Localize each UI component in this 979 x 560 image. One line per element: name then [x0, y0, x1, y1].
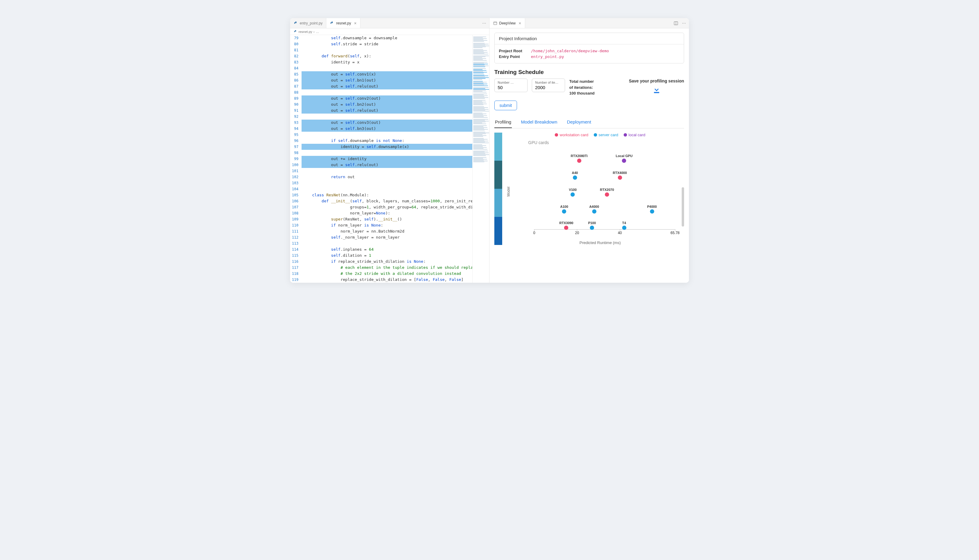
breadcrumb: resnet.py › … [290, 28, 489, 35]
gpu-point-rtx4000[interactable]: RTX4000 [613, 171, 627, 181]
split-icon[interactable] [674, 21, 678, 26]
submit-button[interactable]: submit [494, 101, 517, 110]
side-tab-deepview[interactable]: DeepView × [489, 18, 525, 28]
gpu-point-rtx2070[interactable]: RTX2070 [600, 188, 614, 198]
tab-label: resnet.py [336, 21, 351, 25]
gpu-point-a100[interactable]: A100 [560, 205, 568, 215]
panel-icon [493, 21, 497, 25]
svg-rect-2 [494, 22, 497, 25]
subtab-profiling[interactable]: Profiling [494, 116, 512, 128]
gpu-point-a40[interactable]: A40 [572, 171, 578, 181]
line-gutter: 7980818283848586878889909192939495969798… [290, 35, 302, 283]
side-tab-bar: DeepView × ⋯ [489, 18, 689, 28]
tab-resnet[interactable]: resnet.py × [326, 18, 360, 28]
tab-label: entry_point.py [300, 21, 322, 25]
profiling-body: Model workstation cardserver cardlocal c… [494, 133, 684, 245]
side-tab-label: DeepView [499, 21, 515, 25]
scrollbar-thumb[interactable] [682, 187, 684, 227]
minimap[interactable] [472, 35, 489, 283]
python-icon [294, 30, 297, 33]
side-pane: DeepView × ⋯ Project Information Project… [489, 18, 689, 283]
code-area[interactable]: self.downsample = downsample self.stride… [302, 35, 472, 283]
input-label: Number of ite… [535, 81, 562, 84]
training-schedule-title: Training Schedule [494, 69, 684, 75]
editor-pane: entry_point.py resnet.py × ⋯ resnet.py ›… [290, 18, 489, 283]
gpu-point-a4000[interactable]: A4000 [589, 205, 599, 215]
input-field[interactable] [498, 84, 524, 90]
breadcrumb-rest: … [316, 30, 319, 33]
breadcrumb-file[interactable]: resnet.py [299, 30, 312, 33]
close-icon[interactable]: × [519, 21, 521, 25]
input-field[interactable] [535, 84, 562, 90]
close-icon[interactable]: × [354, 21, 357, 25]
save-session-label: Save your profiling session [629, 78, 684, 83]
download-icon[interactable] [652, 85, 661, 94]
x-axis: 0204065.78 [534, 230, 675, 240]
card-title: Project Information [495, 33, 684, 44]
gpu-point-p4000[interactable]: P4000 [647, 205, 657, 215]
save-session-box[interactable]: Save your profiling session [629, 78, 684, 95]
subtab-model-breakdown[interactable]: Model Breakdown [520, 116, 558, 128]
color-rail [494, 133, 502, 245]
entry-point-value: entry_point.py [531, 54, 564, 59]
more-icon[interactable]: ⋯ [479, 21, 489, 25]
entry-point-label: Entry Point [499, 54, 527, 59]
more-icon[interactable]: ⋯ [682, 21, 686, 26]
gpu-point-local-gpu[interactable]: Local GPU [616, 154, 633, 164]
editor-tab-bar: entry_point.py resnet.py × ⋯ [290, 18, 489, 28]
x-axis-label: Predicted Runtime (ms) [516, 240, 684, 245]
gpu-point-rtx2080ti[interactable]: RTX2080Ti [571, 154, 588, 164]
project-info-card: Project Information Project Root /home/j… [494, 33, 684, 63]
chart-legend: workstation cardserver cardlocal card [516, 133, 684, 137]
gpu-point-v100[interactable]: V100 [569, 188, 577, 198]
scatter-plot: RTX2080TiRTX4000RTX2070RTX3090A40V100A10… [534, 151, 675, 230]
python-icon [330, 21, 334, 25]
editor-body: 7980818283848586878889909192939495969798… [290, 35, 489, 283]
model-axis-label: Model [506, 181, 510, 197]
input-number-iterations[interactable]: Number of ite… [532, 78, 565, 92]
python-icon [294, 21, 298, 25]
app-window: entry_point.py resnet.py × ⋯ resnet.py ›… [290, 18, 689, 283]
project-root-label: Project Root [499, 48, 527, 53]
input-number-1[interactable]: Number … [494, 78, 527, 92]
total-iterations-text: Total number of iterations: 100 thousand [569, 78, 595, 97]
project-root-value: /home/john_calderon/deepview-demo [531, 48, 609, 53]
subtab-deployment[interactable]: Deployment [566, 116, 592, 128]
svg-rect-6 [654, 92, 659, 93]
chart-title: GPU cards [528, 140, 684, 145]
tab-entry-point[interactable]: entry_point.py [290, 18, 326, 28]
subtabs: Profiling Model Breakdown Deployment [494, 116, 684, 128]
input-label: Number … [498, 81, 524, 84]
